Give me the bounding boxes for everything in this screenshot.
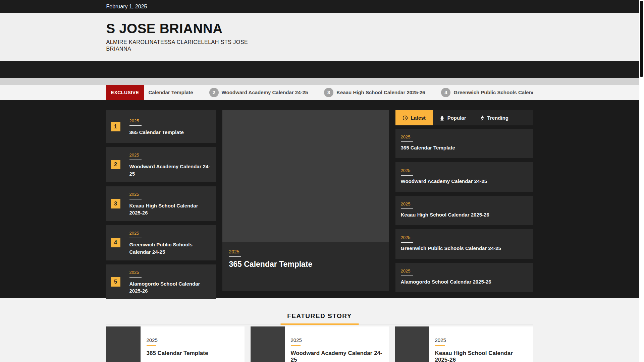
featured-cards-row: 2025 365 Calendar Template 2025 Woodward… bbox=[106, 326, 533, 362]
year-underline bbox=[291, 345, 301, 346]
ticker-item[interactable]: 4 Greenwich Public Schools Calendar 24- bbox=[441, 88, 533, 97]
featured-story-card[interactable]: 2025 Keaau High School Calendar 2025-26 bbox=[395, 326, 533, 362]
featured-story-card[interactable]: 2025 Woodward Academy Calendar 24-25 bbox=[251, 326, 389, 362]
story-year-tag[interactable]: 2025 bbox=[401, 268, 411, 274]
story-title[interactable]: Greenwich Public Schools Calendar 24-25 bbox=[129, 241, 211, 256]
main-navbar bbox=[0, 61, 639, 78]
ranked-story-item[interactable]: 1 2025 365 Calendar Template bbox=[106, 110, 216, 143]
masthead: S JOSE BRIANNA ALMIRE KAROLINATESSA CLAR… bbox=[0, 13, 639, 61]
story-title[interactable]: Alamogordo School Calendar 2025-26 bbox=[129, 280, 211, 295]
ranked-story-item[interactable]: 5 2025 Alamogordo School Calendar 2025-2… bbox=[106, 264, 216, 300]
rank-number-badge: 4 bbox=[111, 238, 120, 247]
latest-story-item[interactable]: 2025 Woodward Academy Calendar 24-25 bbox=[395, 162, 533, 192]
latest-story-item[interactable]: 2025 Keaau High School Calendar 2025-26 bbox=[395, 196, 533, 225]
divider-strip bbox=[0, 78, 639, 85]
story-title[interactable]: Woodward Academy Calendar 24-25 bbox=[129, 163, 211, 178]
story-year-tag[interactable]: 2025 bbox=[129, 192, 139, 197]
hero-story-title[interactable]: 365 Calendar Template bbox=[229, 260, 382, 269]
page: February 1, 2025 S JOSE BRIANNA ALMIRE K… bbox=[0, 0, 639, 362]
site-subtitle: ALMIRE KAROLINATESSA CLARICELELAH STS JO… bbox=[106, 39, 254, 52]
scrollbar-thumb[interactable] bbox=[640, 1, 643, 77]
clock-icon bbox=[402, 115, 408, 121]
featured-story-card[interactable]: 2025 365 Calendar Template bbox=[106, 326, 245, 362]
featured-story-thumbnail[interactable] bbox=[106, 326, 141, 362]
hero-story-image[interactable] bbox=[222, 110, 389, 242]
latest-story-item[interactable]: 2025 365 Calendar Template bbox=[395, 129, 533, 158]
story-title[interactable]: Keaau High School Calendar 2025-26 bbox=[129, 202, 211, 217]
ticker-item-label: Keaau High School Calendar 2025-26 bbox=[336, 89, 425, 95]
featured-heading: FEATURED STORY bbox=[287, 312, 352, 320]
rank-number-badge: 5 bbox=[111, 277, 120, 287]
ticker-item-number: 2 bbox=[209, 88, 219, 97]
latest-story-item[interactable]: 2025 Greenwich Public Schools Calendar 2… bbox=[395, 229, 533, 259]
ticker-item[interactable]: Calendar Template bbox=[149, 89, 193, 95]
flame-icon bbox=[440, 115, 444, 121]
tab-label: Popular bbox=[447, 115, 466, 121]
story-title[interactable]: Woodward Academy Calendar 24-25 bbox=[291, 350, 384, 362]
panel-tabbar: Latest Popular Trending bbox=[395, 110, 533, 125]
story-year-tag[interactable]: 2025 bbox=[147, 337, 208, 343]
story-title[interactable]: 365 Calendar Template bbox=[401, 145, 528, 150]
story-title[interactable]: Woodward Academy Calendar 24-25 bbox=[401, 178, 528, 184]
hero-story-card[interactable]: 2025 365 Calendar Template bbox=[222, 110, 389, 291]
featured-story-thumbnail[interactable] bbox=[251, 326, 285, 362]
tab-trending[interactable]: Trending bbox=[473, 110, 516, 125]
story-year-tag[interactable]: 2025 bbox=[129, 118, 139, 123]
story-title[interactable]: Keaau High School Calendar 2025-26 bbox=[401, 212, 528, 218]
main-section: 1 2025 365 Calendar Template 2 2025 Wood… bbox=[0, 100, 639, 298]
year-underline bbox=[435, 345, 445, 346]
year-underline bbox=[147, 345, 156, 346]
story-year-tag[interactable]: 2025 bbox=[129, 153, 139, 158]
story-year-tag[interactable]: 2025 bbox=[401, 168, 411, 173]
ticker-item-label: Greenwich Public Schools Calendar 24- bbox=[453, 89, 533, 95]
ticker-item-number: 3 bbox=[324, 88, 333, 97]
site-title[interactable]: S JOSE BRIANNA bbox=[106, 21, 533, 36]
ticker-item-number: 4 bbox=[441, 88, 450, 97]
story-title[interactable]: Keaau High School Calendar 2025-26 bbox=[435, 350, 528, 362]
rank-number-badge: 1 bbox=[111, 122, 120, 131]
story-year-tag[interactable]: 2025 bbox=[401, 235, 411, 240]
story-year-tag[interactable]: 2025 bbox=[229, 249, 239, 254]
story-title[interactable]: Alamogordo School Calendar 2025-26 bbox=[401, 279, 528, 285]
ranked-story-item[interactable]: 3 2025 Keaau High School Calendar 2025-2… bbox=[106, 186, 216, 222]
ranked-story-list: 1 2025 365 Calendar Template 2 2025 Wood… bbox=[106, 110, 216, 303]
tab-label: Latest bbox=[411, 115, 426, 121]
top-date-bar: February 1, 2025 bbox=[0, 0, 639, 13]
story-title[interactable]: 365 Calendar Template bbox=[129, 129, 184, 136]
ticker-item-label: Woodward Academy Calendar 24-25 bbox=[222, 89, 308, 95]
bolt-icon bbox=[480, 115, 484, 121]
story-year-tag[interactable]: 2025 bbox=[401, 201, 411, 206]
ranked-story-item[interactable]: 4 2025 Greenwich Public Schools Calendar… bbox=[106, 225, 216, 260]
featured-heading-wrap: FEATURED STORY bbox=[106, 312, 533, 324]
story-year-tag[interactable]: 2025 bbox=[129, 231, 139, 236]
ticker-item-label: Calendar Template bbox=[149, 89, 193, 95]
story-year-tag[interactable]: 2025 bbox=[435, 337, 528, 343]
featured-story-thumbnail[interactable] bbox=[395, 326, 429, 362]
tab-popular[interactable]: Popular bbox=[433, 110, 473, 125]
current-date: February 1, 2025 bbox=[106, 4, 147, 9]
exclusive-badge: EXCLUSIVE bbox=[106, 85, 144, 100]
latest-panel: Latest Popular Trending bbox=[395, 110, 533, 303]
ticker-item[interactable]: 2 Woodward Academy Calendar 24-25 bbox=[209, 88, 308, 97]
ticker-item[interactable]: 3 Keaau High School Calendar 2025-26 bbox=[324, 88, 425, 97]
latest-story-item[interactable]: 2025 Alamogordo School Calendar 2025-26 bbox=[395, 263, 533, 292]
exclusive-ticker: EXCLUSIVE Calendar Template 2 Woodward A… bbox=[0, 85, 639, 100]
tab-label: Trending bbox=[487, 115, 508, 121]
story-title[interactable]: Greenwich Public Schools Calendar 24-25 bbox=[401, 245, 528, 251]
rank-number-badge: 2 bbox=[111, 160, 120, 169]
ticker-items: Calendar Template 2 Woodward Academy Cal… bbox=[144, 85, 533, 100]
story-year-tag[interactable]: 2025 bbox=[291, 337, 384, 343]
ranked-story-item[interactable]: 2 2025 Woodward Academy Calendar 24-25 bbox=[106, 147, 216, 182]
featured-section: FEATURED STORY 2025 365 Calendar Templat… bbox=[0, 298, 639, 362]
story-year-tag[interactable]: 2025 bbox=[129, 270, 139, 275]
tab-latest[interactable]: Latest bbox=[395, 110, 433, 125]
rank-number-badge: 3 bbox=[111, 199, 120, 208]
scrollbar-track[interactable] bbox=[639, 0, 644, 362]
story-year-tag[interactable]: 2025 bbox=[401, 134, 411, 139]
story-title[interactable]: 365 Calendar Template bbox=[147, 350, 208, 357]
